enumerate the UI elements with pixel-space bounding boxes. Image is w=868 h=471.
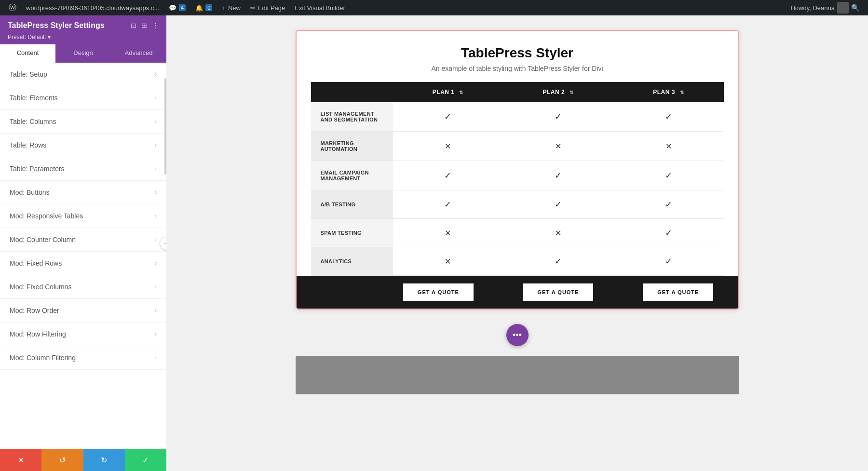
preset-chevron-icon: ▾ (48, 34, 51, 40)
toolbar-undo-button[interactable]: ↺ (41, 449, 83, 471)
toolbar-save-button[interactable]: ✓ (125, 449, 166, 471)
table-card-inner: TablePress Styler An example of table st… (297, 31, 738, 276)
redo-icon: ↻ (101, 456, 107, 465)
sidebar-list: Table: Setup›Table: Elements›Table: Colu… (0, 63, 166, 449)
sidebar-scrollbar[interactable] (164, 78, 166, 175)
chevron-icon-11: › (155, 331, 157, 337)
sidebar-item-label-9: Mod: Fixed Columns (10, 283, 71, 291)
plan2-cell-2: ✓ (503, 161, 613, 190)
fab-icon: ••• (513, 330, 522, 340)
feature-cell-2: EMAIL CAMPAIGN MANAGEMENT (311, 161, 393, 190)
table-header-row: PLAN 1 ⇅ PLAN 2 ⇅ PLAN 3 ⇅ (311, 82, 724, 102)
sidebar-item-2[interactable]: Table: Columns› (0, 110, 166, 134)
preset-selector[interactable]: Preset: Default ▾ (8, 34, 159, 40)
sidebar-title: TablePress Styler Settings (8, 21, 105, 30)
plan2-cell-1: ✕ (503, 132, 613, 161)
plan3-cell-1: ✕ (613, 132, 724, 161)
table-header-plan1: PLAN 1 ⇅ (393, 82, 503, 102)
comments-icon: 💬 (169, 4, 176, 12)
undo-icon: ↺ (59, 456, 66, 465)
sort-icon-plan2[interactable]: ⇅ (570, 90, 574, 95)
table-footer-plan1: GET A QUOTE (379, 276, 499, 309)
sidebar-toolbar: ✕ ↺ ↻ ✓ (0, 449, 166, 471)
chevron-icon-4: › (155, 165, 157, 172)
chevron-icon-8: › (155, 260, 157, 267)
sidebar-item-label-4: Table: Parameters (10, 165, 65, 173)
wp-logo-icon: ⓦ (9, 3, 16, 13)
tab-advanced-label: Advanced (125, 49, 153, 56)
cross-icon-plan1-5: ✕ (445, 257, 451, 266)
chevron-icon-12: › (155, 354, 157, 361)
preset-label-text: Preset: Default (8, 34, 46, 40)
table-header-plan3: PLAN 3 ⇅ (613, 82, 724, 102)
sidebar-item-10[interactable]: Mod: Row Order› (0, 299, 166, 323)
tab-advanced[interactable]: Advanced (111, 44, 166, 63)
plan1-cell-0: ✓ (393, 102, 503, 132)
copy-icon[interactable]: ⊡ (131, 22, 136, 29)
save-icon: ✓ (142, 456, 149, 465)
check-icon-plan3-2: ✓ (665, 171, 672, 180)
sidebar-item-4[interactable]: Table: Parameters› (0, 157, 166, 181)
check-icon-plan2-2: ✓ (555, 171, 562, 180)
sidebar-item-5[interactable]: Mod: Buttons› (0, 181, 166, 204)
chevron-icon-2: › (155, 118, 157, 125)
plan3-cell-5: ✓ (613, 247, 724, 276)
search-icon[interactable]: 🔍 (851, 4, 859, 12)
cross-icon-plan2-4: ✕ (555, 229, 561, 237)
sort-icon-plan1[interactable]: ⇅ (459, 90, 463, 95)
edit-page-item[interactable]: ✏ Edit Page (245, 0, 290, 15)
table-row: A/B TESTING ✓ ✓ ✓ (311, 190, 724, 219)
exit-builder-item[interactable]: Exit Visual Builder (290, 0, 350, 15)
tab-design[interactable]: Design (55, 44, 111, 63)
comparison-table: PLAN 1 ⇅ PLAN 2 ⇅ PLAN 3 ⇅ LIST MANAGEME… (311, 82, 724, 276)
table-header-plan2: PLAN 2 ⇅ (503, 82, 613, 102)
chevron-icon-7: › (155, 236, 157, 243)
sidebar-item-label-10: Mod: Row Order (10, 307, 59, 314)
cross-icon-plan1-1: ✕ (445, 142, 451, 150)
new-post-item[interactable]: + New (217, 0, 245, 15)
sidebar-item-11[interactable]: Mod: Row Filtering› (0, 323, 166, 346)
sidebar-header-icons: ⊡ ⊞ ⋮ (131, 22, 159, 29)
sidebar-item-7[interactable]: Mod: Counter Column› (0, 228, 166, 252)
toolbar-close-button[interactable]: ✕ (0, 449, 41, 471)
user-greeting[interactable]: Howdy, Deanna 🔍 (786, 0, 864, 15)
check-icon-plan2-3: ✓ (555, 200, 562, 209)
check-icon-plan3-3: ✓ (665, 200, 672, 209)
grid-icon[interactable]: ⊞ (141, 22, 147, 29)
get-quote-plan2-button[interactable]: GET A QUOTE (523, 283, 594, 301)
feature-cell-1: MARKETING AUTOMATION (311, 132, 393, 161)
floating-action-button[interactable]: ••• (506, 324, 529, 346)
comments-item[interactable]: 💬 4 (164, 0, 190, 15)
sort-icon-plan3[interactable]: ⇅ (680, 90, 684, 95)
tab-content[interactable]: Content (0, 44, 55, 63)
tab-design-label: Design (73, 49, 93, 56)
sidebar-item-3[interactable]: Table: Rows› (0, 134, 166, 157)
wp-logo-item[interactable]: ⓦ (4, 0, 21, 15)
comments-count: 4 (179, 4, 186, 11)
get-quote-plan3-button[interactable]: GET A QUOTE (643, 283, 713, 301)
sidebar-tabs: Content Design Advanced (0, 44, 166, 63)
sidebar-item-1[interactable]: Table: Elements› (0, 86, 166, 110)
plan3-cell-4: ✓ (613, 219, 724, 247)
site-url-item[interactable]: wordpress-784896-3610405.cloudwaysapps.c… (21, 0, 164, 15)
sidebar-item-8[interactable]: Mod: Fixed Rows› (0, 252, 166, 275)
plan3-cell-3: ✓ (613, 190, 724, 219)
more-icon[interactable]: ⋮ (152, 22, 159, 29)
sidebar-item-12[interactable]: Mod: Column Filtering› (0, 346, 166, 370)
chevron-icon-6: › (155, 213, 157, 219)
sidebar-item-9[interactable]: Mod: Fixed Columns› (0, 275, 166, 299)
plan1-cell-4: ✕ (393, 219, 503, 247)
admin-bar-right: Howdy, Deanna 🔍 (786, 0, 864, 15)
content-area: TablePress Styler An example of table st… (166, 15, 868, 471)
table-card: TablePress Styler An example of table st… (296, 30, 739, 310)
get-quote-plan1-button[interactable]: GET A QUOTE (403, 283, 474, 301)
close-icon: ✕ (18, 456, 24, 465)
pending-item[interactable]: 🔔 0 (190, 0, 217, 15)
chevron-icon-1: › (155, 94, 157, 101)
sidebar-item-6[interactable]: Mod: Responsive Tables› (0, 204, 166, 228)
plan2-cell-0: ✓ (503, 102, 613, 132)
sidebar-item-0[interactable]: Table: Setup› (0, 63, 166, 86)
toolbar-redo-button[interactable]: ↻ (83, 449, 125, 471)
check-icon-plan3-4: ✓ (665, 228, 672, 238)
bottom-image-area (296, 356, 739, 394)
